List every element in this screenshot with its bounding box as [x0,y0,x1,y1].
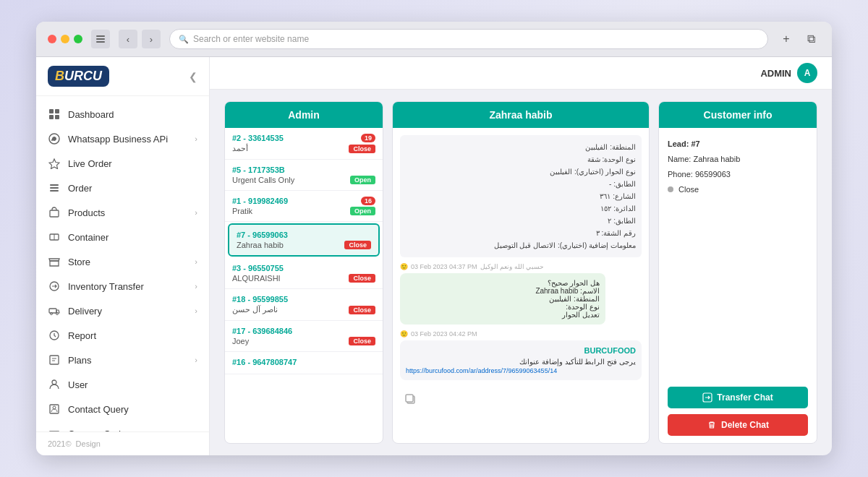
container-icon [48,231,61,244]
sidebar-nav: Dashboard Whatsapp Business APi › Live O… [36,96,209,431]
link-message-block: BURCUFOOD يرجى فتح الرابط للتأكيد وإضافة… [400,340,642,380]
chevron-right-icon: › [195,257,197,266]
sidebar-logo: BURCU ❮ [36,57,209,96]
browser-chrome: ‹ › 🔍 Search or enter website name + ⧉ [36,22,832,57]
sidebar-item-products[interactable]: Products › [36,200,209,225]
maximize-button[interactable] [74,35,82,43]
status-badge: Open [350,207,375,215]
transfer-icon [48,280,61,293]
svg-rect-1 [96,38,105,40]
sidebar-item-order[interactable]: Order [36,176,209,200]
sidebar-item-plans[interactable]: Plans › [36,348,209,372]
sidebar-item-dashboard[interactable]: Dashboard [36,102,209,126]
products-label: Products [68,207,105,218]
traffic-lights [48,35,82,43]
status-badge: Close [349,145,375,153]
delivery-icon [48,304,61,317]
svg-rect-30 [406,395,413,402]
svg-rect-4 [55,109,59,113]
sidebar-item-whatsapp[interactable]: Whatsapp Business APi › [36,126,209,151]
brand-label: BURCUFOOD [406,346,636,355]
sidebar-item-report[interactable]: Report [36,323,209,348]
sidebar-item-container[interactable]: Container [36,225,209,249]
info-line: نوع الوحدة: شقة [406,153,636,166]
close-button[interactable] [48,35,56,43]
list-item[interactable]: #3 - 96550755 ALQURAISHI Close [225,258,383,289]
info-line: الطابق: - [406,178,636,190]
transfer-chat-button[interactable]: Transfer Chat [668,387,808,408]
customer-info-body: Lead: #7 Name: Zahraa habib Phone: 96599… [659,128,817,206]
copy-icon-row [400,386,642,413]
chat-name: Urgent Calls Only [232,176,294,184]
status-badge: Open [350,176,375,184]
svg-point-25 [53,406,56,409]
msg-sender: 🙂 03 Feb 2023 04:42 PM [400,330,642,338]
svg-point-17 [51,313,53,315]
timestamp: 03 Feb 2023 04:42 PM [411,330,477,338]
user-icon [48,378,61,391]
new-tab-button[interactable]: + [777,30,796,48]
inventory-label: Inventory Transfer [68,281,144,292]
store-label: Store [68,257,90,267]
list-item[interactable]: #2 - 33614535 19 أحمد Close [225,128,383,160]
list-item-active[interactable]: #7 - 96599063 Zahraa habib Close [228,223,380,257]
chat-name: Zahraa habib [237,241,284,249]
delete-chat-button[interactable]: Delete Chat [668,414,808,436]
sidebar-item-live-order[interactable]: Live Order [36,151,209,176]
chat-id: #2 - 33614535 [232,134,284,142]
svg-rect-9 [50,184,59,186]
contact-icon [48,403,61,416]
sidebar-item-inventory[interactable]: Inventory Transfer › [36,274,209,298]
chat-name: Pratik [232,207,252,215]
forward-button[interactable]: › [142,30,161,48]
contact-label: Contact Query [68,404,129,415]
sidebar-footer: 2021© Design [36,431,209,455]
chat-id: #17 - 639684846 [232,327,292,335]
link-url[interactable]: https://burcufood.com/ar/address/7/96599… [406,367,636,374]
delivery-label: Delivery [68,306,102,317]
report-icon [48,329,61,342]
chevron-right-icon: › [195,282,197,291]
sidebar-item-coupon[interactable]: Coupon Code › [36,421,209,431]
svg-rect-0 [96,35,105,37]
list-item[interactable]: #1 - 919982469 16 Pratik Open [225,191,383,222]
svg-rect-10 [50,187,59,189]
message-group-1: 🙂 03 Feb 2023 04:37 PM حسبي الله ونعم ال… [400,263,642,325]
sidebar-collapse-button[interactable]: ❮ [189,71,197,82]
chat-id: #1 - 919982469 [232,197,288,205]
plans-label: Plans [68,355,92,366]
copy-icon-button[interactable] [400,389,422,411]
svg-point-23 [52,380,56,384]
address-bar[interactable]: 🔍 Search or enter website name [169,29,768,49]
box-icon [48,206,61,219]
sidebar-item-contact[interactable]: Contact Query [36,397,209,421]
admin-badge: ADMIN A [760,63,817,83]
status-badge: Close [344,241,371,249]
sidebar-toggle-icon[interactable] [91,30,110,48]
back-button[interactable]: ‹ [119,30,137,48]
list-icon [48,181,61,194]
copy-button[interactable]: ⧉ [801,30,820,48]
list-item[interactable]: #5 - 1717353B Urgent Calls Only Open [225,160,383,191]
message-group-2: 🙂 03 Feb 2023 04:42 PM BURCUFOOD يرجى فت… [400,330,642,380]
list-item[interactable]: #16 - 9647808747 [225,352,383,374]
svg-rect-20 [50,356,59,364]
info-line: الشارع: ٣٦١ [406,190,636,202]
logo-box: BURCU [48,66,109,87]
coupon-label: Coupon Code [68,429,126,432]
minimize-button[interactable] [61,35,69,43]
order-label: Order [68,183,92,194]
chat-name: Joey [232,337,249,345]
list-item[interactable]: #17 - 639684846 Joey Close [225,321,383,352]
admin-label: ADMIN [760,68,791,79]
customer-column: Customer info Lead: #7 Name: Zahraa habi… [658,101,817,444]
list-item[interactable]: #18 - 95599855 ناصر آل حسن Close [225,289,383,321]
customer-name: Name: Zahraa habib [668,152,808,167]
admin-avatar: A [797,63,817,83]
sidebar-item-store[interactable]: Store › [36,249,209,274]
footer-year: 2021© [48,439,72,448]
sidebar-item-user[interactable]: User [36,372,209,397]
sidebar-item-delivery[interactable]: Delivery › [36,298,209,323]
chat-id: #3 - 96550755 [232,264,284,272]
chevron-right-icon: › [195,356,197,364]
